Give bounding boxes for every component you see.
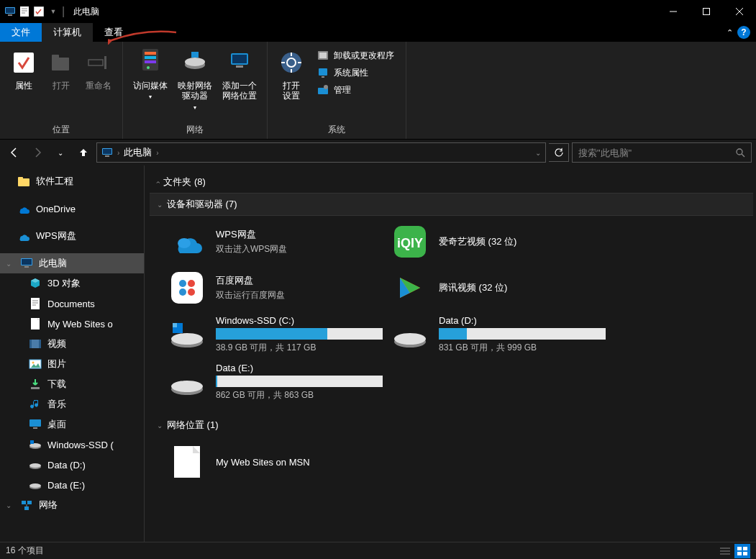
sidebar-item-video[interactable]: 视频 [0,334,144,354]
uninstall-button[interactable]: 卸载或更改程序 [312,47,399,63]
group-header-devices[interactable]: ⌄ 设备和驱动器 (7) [150,193,753,216]
sidebar-item-onedrive[interactable]: OneDrive [0,199,144,219]
svg-point-79 [188,288,195,296]
sidebar-item-drive[interactable]: Data (D:) [0,455,144,475]
manage-button[interactable]: 管理 [312,82,399,98]
qat-dropdown-icon[interactable]: ▼ [47,6,59,17]
svg-rect-69 [27,501,32,504]
group-header-netloc[interactable]: ⌄ 网络位置 (1) [150,414,753,436]
ribbon-collapse-icon[interactable]: ⌃ [727,28,733,37]
recent-button[interactable]: ⌄ [50,142,70,163]
search-input[interactable] [578,147,735,158]
sidebar-item-label: 下载 [47,378,66,391]
svg-rect-6 [703,9,710,15]
qat-properties-icon[interactable] [33,6,45,17]
help-icon[interactable]: ? [737,26,750,39]
status-text: 16 个项目 [6,545,44,557]
qat-file-icon[interactable] [19,6,30,17]
sidebar-item-label: 此电脑 [39,257,67,270]
open-settings-button[interactable]: 打开 设置 [273,45,309,122]
svg-rect-39 [105,155,109,157]
maximize-button[interactable] [690,0,723,23]
sidebar-item-3d[interactable]: 3D 对象 [0,273,144,294]
sidebar-item-doc[interactable]: Documents [0,294,144,314]
tile-baidu[interactable]: 百度网盘双击运行百度网盘 [164,265,387,311]
breadcrumb-this-pc[interactable]: 此电脑 [124,146,152,159]
close-button[interactable] [723,0,756,23]
tile-tencent[interactable]: 腾讯视频 (32 位) [387,265,610,311]
sidebar-item-drive[interactable]: Data (E:) [0,475,144,495]
search-box[interactable] [572,142,752,163]
window-titlebar: ▼ | 此电脑 [0,0,756,23]
ribbon-content: 属性 打开 重命名 位置 访问媒体 ▾ 映射网络 驱动器 ▾ [0,42,756,140]
add-network-location-button[interactable]: 添加一个 网络位置 [218,45,261,122]
rename-button[interactable]: 重命名 [81,45,117,122]
tab-file[interactable]: 文件 [0,23,42,42]
sidebar-item-label: Data (E:) [47,480,85,491]
tile-drive-win[interactable]: Windows-SSD (C:)38.9 GB 可用，共 117 GB [164,311,387,358]
forward-button[interactable] [27,142,47,163]
chevron-right-icon[interactable]: › [117,149,119,157]
svg-point-36 [324,85,328,89]
content-pane: › 文件夹 (8) ⌄ 设备和驱动器 (7) WPS网盘双击进入WPS网盘iQI… [147,165,756,542]
tile-drive[interactable]: Data (E:)862 GB 可用，共 863 GB [164,358,387,406]
svg-point-78 [179,288,186,296]
file-icon [168,443,206,481]
sidebar-item-wps[interactable]: WPS网盘 [0,226,144,246]
group-label-location: 位置 [6,122,117,137]
sidebar-item-music[interactable]: 音乐 [0,394,144,414]
tile-wps-cloud[interactable]: WPS网盘双击进入WPS网盘 [164,219,387,265]
sidebar-item-download[interactable]: 下载 [0,374,144,394]
onedrive-icon [17,202,30,215]
tile-iqiyi[interactable]: iQIY爱奇艺视频 (32 位) [387,219,610,265]
drive-icon [29,478,42,491]
svg-rect-68 [22,501,26,504]
drive-free-text: 38.9 GB 可用，共 117 GB [216,342,383,354]
open-button[interactable]: 打开 [43,45,79,122]
address-bar[interactable]: › 此电脑 › ⌄ [96,142,546,163]
tile-drive[interactable]: Data (D:)831 GB 可用，共 999 GB [387,311,610,358]
details-view-button[interactable] [717,544,733,558]
svg-rect-75 [171,272,203,304]
svg-rect-63 [30,440,34,444]
group-header-folders[interactable]: › 文件夹 (8) [150,171,753,193]
sidebar-item-network[interactable]: ⌄网络 [0,495,144,515]
address-dropdown-icon[interactable]: ⌄ [535,149,541,157]
music-icon [29,398,42,411]
sidebar-item-pc[interactable]: ⌄此电脑 [0,253,144,273]
svg-rect-92 [737,547,742,550]
access-media-button[interactable]: 访问媒体 ▾ [129,45,172,122]
tab-computer[interactable]: 计算机 [42,23,93,42]
back-button[interactable] [4,142,24,163]
svg-rect-24 [236,65,243,68]
svg-rect-3 [20,6,29,17]
search-icon[interactable] [735,147,745,158]
pc-icon [101,147,113,158]
manage-icon [316,83,329,96]
tab-view[interactable]: 查看 [93,23,135,42]
svg-rect-70 [24,506,29,510]
tile-subtitle: 双击进入WPS网盘 [216,243,383,255]
sidebar-item-drive-win[interactable]: Windows-SSD ( [0,435,144,455]
settings-gear-icon [279,47,304,78]
tile-netloc[interactable]: My Web Sites on MSN [164,439,387,485]
sidebar-item-file[interactable]: My Web Sites o [0,314,144,334]
properties-button[interactable]: 属性 [6,45,42,122]
sidebar-item-folder[interactable]: 软件工程 [0,171,144,191]
chevron-right-icon[interactable]: › [156,149,158,157]
up-button[interactable] [73,142,94,163]
sidebar-item-desktop[interactable]: 桌面 [0,414,144,435]
svg-rect-11 [52,55,59,59]
svg-rect-46 [24,266,29,268]
svg-rect-54 [39,340,41,348]
system-properties-button[interactable]: 系统属性 [312,65,399,81]
svg-rect-47 [31,298,40,309]
map-drive-button[interactable]: 映射网络 驱动器 ▾ [173,45,217,122]
sidebar-item-pic[interactable]: 图片 [0,354,144,374]
svg-rect-32 [319,53,327,58]
minimize-button[interactable] [657,0,690,23]
wps-icon [17,229,30,242]
svg-rect-15 [145,52,156,55]
refresh-button[interactable] [549,143,569,162]
tiles-view-button[interactable] [734,544,750,558]
